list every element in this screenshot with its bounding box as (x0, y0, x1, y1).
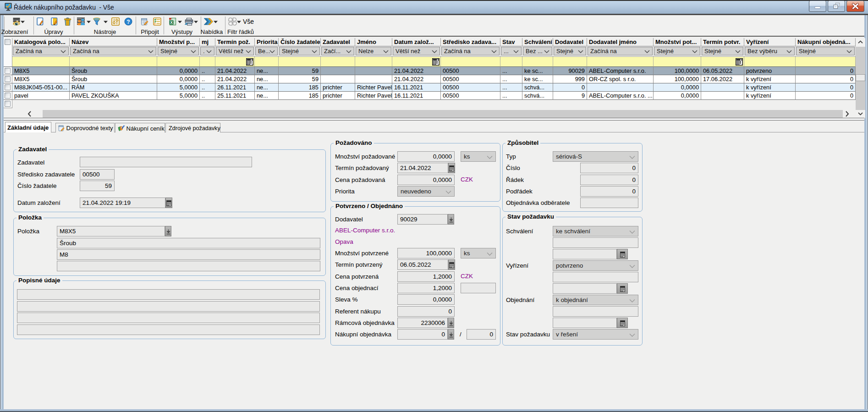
svg-text:?: ? (126, 19, 130, 25)
svg-text:X: X (170, 20, 173, 25)
